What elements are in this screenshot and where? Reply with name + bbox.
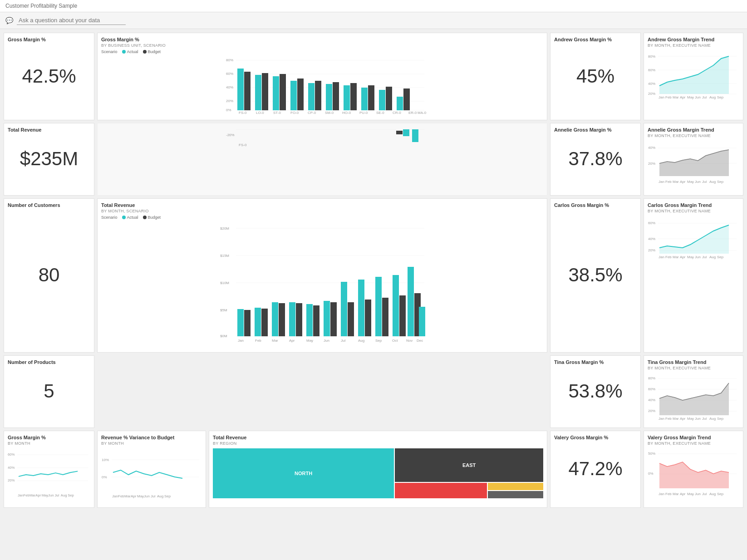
svg-text:May: May — [687, 492, 694, 496]
svg-text:Sep: Sep — [717, 95, 724, 99]
svg-text:60%: 60% — [648, 387, 655, 391]
svg-rect-98 — [296, 303, 302, 336]
rev-variance-chart: 10% 0% Jan Feb Mar Apr May Jun Jul Aug S… — [101, 447, 202, 502]
svg-rect-101 — [324, 301, 330, 336]
svg-text:FS-0: FS-0 — [239, 143, 247, 147]
num-products-title: Number of Products — [8, 359, 90, 365]
scenario-label: Scenario — [101, 49, 118, 54]
svg-text:Aug: Aug — [61, 493, 67, 497]
svg-rect-92 — [244, 310, 251, 336]
svg-text:Aug: Aug — [709, 255, 716, 259]
east-label: EAST — [462, 462, 476, 468]
svg-text:May: May — [687, 95, 694, 99]
svg-text:Feb: Feb — [665, 255, 672, 259]
svg-text:ER-0: ER-0 — [408, 111, 417, 115]
svg-text:0%: 0% — [648, 472, 654, 476]
svg-text:Jul: Jul — [54, 493, 59, 497]
gm-by-month-subtitle: BY MONTH — [8, 441, 90, 446]
svg-text:Dec: Dec — [417, 339, 423, 343]
svg-text:80%: 80% — [226, 58, 233, 62]
svg-rect-12 — [255, 75, 261, 110]
andrew-gm-value: 45% — [554, 43, 637, 109]
total-rev-month-chart: $20M $15M $10M $5M $0M — [101, 221, 543, 344]
svg-text:Sep: Sep — [717, 492, 724, 496]
andrew-trend-subtitle: BY MONTH, EXECUTIVE NAME — [648, 43, 739, 48]
svg-text:Sep: Sep — [717, 180, 724, 184]
gross-margin-pct-card: Gross Margin % 42.5% — [4, 33, 94, 120]
svg-rect-13 — [262, 73, 268, 110]
gross-margin-bu-chart: 80% 60% 40% 20% 0% — [101, 56, 543, 115]
svg-text:80%: 80% — [648, 54, 655, 59]
svg-rect-24 — [361, 88, 368, 110]
svg-text:Jul: Jul — [702, 255, 707, 259]
svg-text:Feb: Feb — [23, 493, 29, 497]
svg-text:0%: 0% — [226, 108, 231, 112]
svg-text:Apr: Apr — [680, 255, 686, 259]
svg-text:Feb: Feb — [665, 180, 672, 184]
tina-trend-card: Tina Gross Margin Trend BY MONTH, EXECUT… — [644, 355, 743, 428]
svg-text:MA-0: MA-0 — [418, 111, 427, 115]
svg-text:$0M: $0M — [220, 334, 227, 338]
svg-rect-104 — [348, 302, 354, 336]
svg-text:Mar: Mar — [673, 492, 679, 496]
svg-rect-106 — [365, 300, 371, 336]
num-customers-title: Number of Customers — [8, 202, 90, 208]
andrew-trend-chart: 80% 60% 40% 20% Jan Feb Mar Apr May Jun — [648, 49, 739, 99]
svg-text:40%: 40% — [648, 82, 655, 86]
svg-text:Sep: Sep — [717, 255, 724, 259]
svg-text:Jul: Jul — [341, 339, 345, 343]
total-revenue-title: Total Revenue — [8, 127, 90, 133]
svg-rect-95 — [272, 302, 278, 336]
qa-input[interactable] — [17, 16, 126, 25]
svg-rect-111 — [408, 267, 414, 336]
north-label: NORTH — [295, 471, 312, 476]
svg-text:20%: 20% — [648, 162, 655, 166]
svg-text:40%: 40% — [648, 146, 655, 150]
svg-text:Aug: Aug — [709, 95, 716, 99]
svg-rect-21 — [333, 82, 339, 110]
svg-text:PU-0: PU-0 — [359, 111, 368, 115]
svg-text:Jul: Jul — [702, 417, 707, 421]
total-rev-region-card: Total Revenue BY REGION NORTH EAST — [209, 431, 547, 508]
annelie-gm-card: Annelie Gross Margin % 37.8% — [550, 123, 641, 196]
tina-trend-title: Tina Gross Margin Trend — [648, 359, 739, 365]
svg-rect-15 — [280, 74, 286, 110]
svg-marker-71 — [659, 150, 729, 176]
svg-text:Apr: Apr — [680, 492, 686, 496]
svg-rect-10 — [237, 69, 244, 110]
svg-text:Aug: Aug — [358, 339, 364, 343]
svg-text:Apr: Apr — [289, 339, 295, 343]
annelie-trend-subtitle: BY MONTH, EXECUTIVE NAME — [648, 133, 739, 138]
carlos-trend-chart: 60% 40% 20% Jan Feb Mar Apr May Jun Jul … — [648, 215, 739, 260]
svg-text:SE-0: SE-0 — [376, 111, 384, 115]
svg-rect-96 — [279, 303, 285, 336]
valery-trend-title: Valery Gross Margin Trend — [648, 435, 739, 440]
svg-text:Mar: Mar — [673, 255, 679, 259]
svg-text:$10M: $10M — [220, 281, 229, 285]
svg-text:Mar: Mar — [272, 339, 278, 343]
svg-text:Nov: Nov — [406, 339, 413, 343]
svg-rect-28 — [397, 97, 403, 110]
svg-text:Apr: Apr — [35, 493, 41, 497]
svg-text:Sep: Sep — [68, 493, 74, 497]
svg-rect-26 — [379, 90, 385, 110]
svg-text:-20%: -20% — [226, 133, 235, 137]
svg-text:$5M: $5M — [220, 308, 227, 312]
gross-margin-pct-title: Gross Margin % — [8, 37, 90, 42]
carlos-trend-subtitle: BY MONTH, EXECUTIVE NAME — [648, 209, 739, 213]
svg-text:40%: 40% — [8, 466, 15, 470]
total-rev-month-card: Total Revenue BY MONTH, SCENARIO Scenari… — [97, 198, 547, 353]
scenario-label-2: Scenario — [101, 215, 118, 220]
svg-text:Mar: Mar — [673, 180, 679, 184]
svg-text:FS-0: FS-0 — [239, 111, 247, 115]
svg-text:60%: 60% — [648, 68, 655, 72]
total-rev-region-subtitle: BY REGION — [213, 441, 543, 446]
gross-margin-bu-lower: -20% FS-0 — [101, 127, 543, 150]
rev-variance-subtitle: BY MONTH — [101, 441, 202, 446]
svg-text:$20M: $20M — [220, 226, 229, 231]
svg-rect-23 — [350, 83, 357, 110]
svg-text:Jan: Jan — [18, 493, 23, 497]
valery-gm-card: Valery Gross Margin % 47.2% — [550, 431, 641, 508]
svg-text:Apr: Apr — [680, 417, 686, 421]
svg-rect-11 — [244, 72, 251, 110]
